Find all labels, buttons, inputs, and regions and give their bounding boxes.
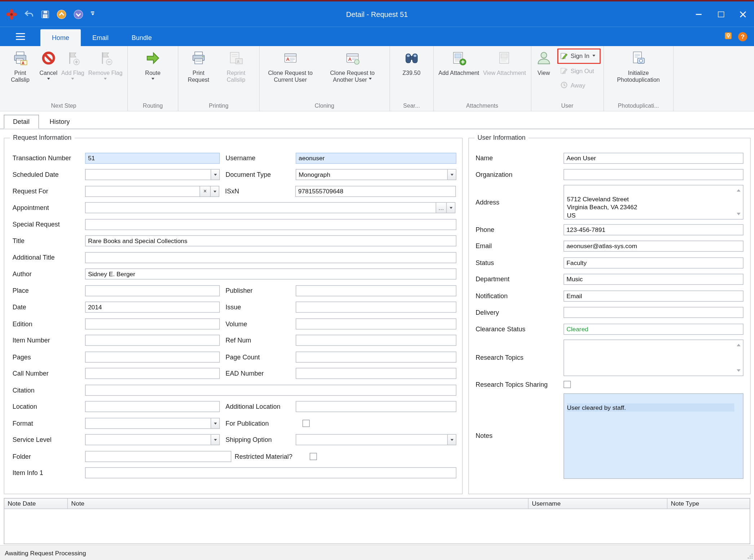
view-user-button[interactable]: View xyxy=(534,48,553,77)
sign-out-button[interactable]: Sign Out xyxy=(557,64,600,78)
title-field[interactable] xyxy=(85,236,456,247)
format-field[interactable] xyxy=(85,418,210,429)
notification-field[interactable] xyxy=(564,290,744,301)
call-number-field[interactable] xyxy=(85,368,220,379)
field-label: Format xyxy=(13,420,85,427)
scroll-up-icon[interactable] xyxy=(737,187,741,192)
dropdown-button[interactable] xyxy=(447,434,456,445)
ref-num-field[interactable] xyxy=(296,335,457,346)
scroll-down-icon[interactable] xyxy=(737,369,741,373)
initialize-photoduplication-button[interactable]: Initialize Photoduplication xyxy=(607,48,670,84)
away-button[interactable]: Away xyxy=(557,78,600,93)
dropdown-button[interactable] xyxy=(210,169,219,180)
add-attachment-button[interactable]: Add Attachment xyxy=(436,48,481,77)
add-flag-button[interactable]: Add Flag xyxy=(59,48,87,82)
phone-field[interactable] xyxy=(564,224,744,235)
column-header-note-type[interactable]: Note Type xyxy=(667,498,750,509)
tab-history[interactable]: History xyxy=(41,115,78,128)
user-name-field[interactable] xyxy=(564,153,744,164)
publisher-field[interactable] xyxy=(296,285,457,296)
scroll-up-icon[interactable] xyxy=(737,342,741,346)
document-type-field[interactable] xyxy=(296,169,447,180)
item-info-1-field[interactable] xyxy=(85,467,456,479)
organization-field[interactable] xyxy=(564,169,744,180)
app-icon[interactable] xyxy=(6,8,17,20)
request-for-field[interactable] xyxy=(85,186,200,197)
qat-customize-icon[interactable] xyxy=(91,12,94,17)
dropdown-button[interactable] xyxy=(447,169,456,180)
ellipsis-button[interactable]: … xyxy=(436,202,446,214)
author-field[interactable] xyxy=(85,269,456,280)
undo-icon[interactable] xyxy=(23,9,34,19)
special-request-field[interactable] xyxy=(85,219,456,230)
column-header-note-date[interactable]: Note Date xyxy=(4,498,68,509)
item-number-field[interactable] xyxy=(85,335,220,346)
clone-request-another-user-button[interactable]: A Clone Request to Another User xyxy=(318,48,386,84)
clear-button[interactable]: × xyxy=(200,186,210,197)
dropdown-button[interactable] xyxy=(446,202,455,214)
tab-home[interactable]: Home xyxy=(40,29,81,46)
username-field[interactable] xyxy=(296,153,457,164)
notes-grid-body[interactable] xyxy=(4,509,750,544)
for-publication-checkbox[interactable] xyxy=(302,420,310,427)
additional-location-field[interactable] xyxy=(296,401,457,412)
restricted-material-checkbox[interactable] xyxy=(310,453,317,460)
tab-email[interactable]: Email xyxy=(81,29,120,46)
clearance-status-field[interactable] xyxy=(564,324,744,335)
citation-field[interactable] xyxy=(85,385,456,396)
scroll-down-icon[interactable] xyxy=(737,213,741,217)
resize-grip[interactable] xyxy=(747,553,753,559)
additional-title-field[interactable] xyxy=(85,252,456,263)
research-topics-sharing-checkbox[interactable] xyxy=(564,381,571,388)
issue-field[interactable] xyxy=(296,302,457,313)
service-level-field[interactable] xyxy=(85,434,210,445)
reprint-callslip-button[interactable]: A Reprint Callslip xyxy=(216,48,256,84)
isxn-field[interactable] xyxy=(295,186,456,197)
user-status-field[interactable] xyxy=(564,257,744,268)
location-field[interactable] xyxy=(85,401,220,412)
route-up-icon[interactable] xyxy=(56,9,67,19)
volume-field[interactable] xyxy=(296,318,457,330)
research-topics-field[interactable] xyxy=(564,339,744,376)
minimize-button[interactable] xyxy=(688,1,710,27)
place-field[interactable] xyxy=(85,285,220,296)
user-email-field[interactable] xyxy=(564,241,744,252)
page-count-field[interactable] xyxy=(296,351,457,363)
z3950-button[interactable]: Z39.50 xyxy=(400,48,422,77)
help-icon[interactable]: ? xyxy=(738,32,747,41)
clone-request-current-user-button[interactable]: A Clone Request to Current User xyxy=(262,48,318,84)
dropdown-button[interactable] xyxy=(210,186,219,197)
date-field[interactable] xyxy=(85,302,220,313)
ead-number-field[interactable] xyxy=(296,368,457,379)
print-callslip-button[interactable]: A Print Callslip xyxy=(3,48,37,84)
dropdown-button[interactable] xyxy=(210,418,219,429)
pages-field[interactable] xyxy=(85,351,220,363)
dropdown-button[interactable] xyxy=(210,434,219,445)
delivery-field[interactable] xyxy=(564,307,744,318)
route-down-icon[interactable] xyxy=(73,9,84,19)
close-button[interactable] xyxy=(732,1,754,27)
department-field[interactable] xyxy=(564,274,744,285)
view-attachment-button[interactable]: View Attachment xyxy=(481,48,528,77)
column-header-note[interactable]: Note xyxy=(68,498,528,509)
column-header-username[interactable]: Username xyxy=(528,498,667,509)
application-menu-button[interactable] xyxy=(0,27,40,46)
shipping-option-field[interactable] xyxy=(296,434,447,445)
save-icon[interactable] xyxy=(40,9,50,19)
scheduled-date-field[interactable] xyxy=(85,169,210,180)
address-field[interactable]: 5712 Cleveland Street Virginia Beach, VA… xyxy=(564,185,744,219)
maximize-button[interactable] xyxy=(710,1,732,27)
route-button[interactable]: Route xyxy=(143,48,162,82)
tab-detail[interactable]: Detail xyxy=(4,115,39,129)
key-icon[interactable] xyxy=(724,31,732,41)
appointment-field[interactable] xyxy=(85,202,436,214)
cancel-button[interactable]: Cancel xyxy=(37,48,59,82)
remove-flag-button[interactable]: Remove Flag xyxy=(86,48,124,82)
transaction-number-field[interactable] xyxy=(85,153,220,164)
tab-bundle[interactable]: Bundle xyxy=(120,29,163,46)
edition-field[interactable] xyxy=(85,318,220,330)
print-request-button[interactable]: Print Request xyxy=(181,48,216,84)
sign-in-button[interactable]: Sign In xyxy=(557,49,600,64)
user-notes-field[interactable]: User cleared by staff. xyxy=(564,393,744,479)
folder-field[interactable] xyxy=(85,451,231,462)
